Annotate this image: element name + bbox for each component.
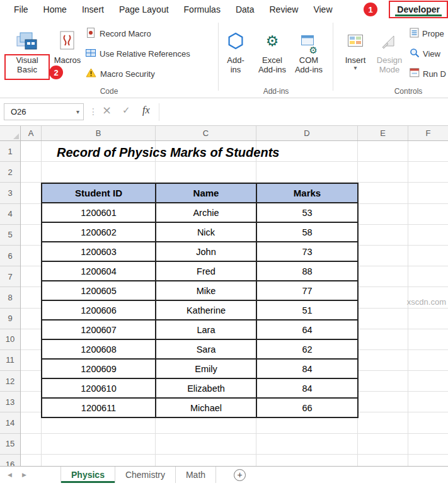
row-header[interactable]: 15 <box>0 434 20 455</box>
cell-marks[interactable]: 62 <box>256 339 358 359</box>
cell-student-id[interactable]: 1200609 <box>42 359 156 378</box>
select-all-corner[interactable] <box>0 126 21 141</box>
row-header[interactable]: 13 <box>0 392 20 412</box>
row-header[interactable]: 1 <box>0 141 20 162</box>
macro-security-button[interactable]: Macro Security <box>86 65 155 82</box>
cell-marks[interactable]: 66 <box>256 398 358 417</box>
record-macro-button[interactable]: Record Macro <box>86 25 151 42</box>
tab-scroll-right-icon[interactable]: ▶ <box>22 472 26 478</box>
cell-marks[interactable]: 64 <box>256 320 358 339</box>
properties-button[interactable]: Prope <box>410 26 444 40</box>
column-header[interactable]: D <box>256 126 358 140</box>
ribbon-tab[interactable]: Developer <box>389 1 448 18</box>
controls-group-label: Controls <box>335 87 448 96</box>
ribbon-tab[interactable]: Insert <box>74 1 112 18</box>
ribbon-tab[interactable]: Page Layout <box>112 1 176 18</box>
ribbon-tab[interactable]: Home <box>36 1 74 18</box>
com-add-ins-button[interactable]: ⚙ COM Add-ins <box>291 23 326 93</box>
insert-function-button[interactable]: fx <box>142 105 150 116</box>
sheet-tabs: PhysicsChemistryMath <box>60 467 216 483</box>
cell-student-id[interactable]: 1200602 <box>42 222 156 242</box>
row-header[interactable]: 8 <box>0 287 20 308</box>
row-header[interactable]: 12 <box>0 371 20 392</box>
cell-student-id[interactable]: 1200608 <box>42 339 156 359</box>
row-header[interactable]: 2 <box>0 162 20 183</box>
ribbon-tab[interactable]: File <box>6 1 36 18</box>
row-header[interactable]: 9 <box>0 309 20 329</box>
chevron-down-icon[interactable]: ▾ <box>76 109 79 115</box>
row-header[interactable]: 14 <box>0 412 20 433</box>
cancel-button[interactable]: × <box>102 103 112 116</box>
column-header[interactable]: A <box>21 126 42 140</box>
cell-student-id[interactable]: 1200603 <box>42 242 156 261</box>
table-header-cell[interactable]: Marks <box>256 183 358 203</box>
cell-marks[interactable]: 53 <box>256 203 358 222</box>
cell-student-id[interactable]: 1200610 <box>42 378 156 398</box>
cell-marks[interactable]: 77 <box>256 281 358 300</box>
tab-scroll-left-icon[interactable]: ◀ <box>8 472 12 478</box>
ribbon-tab[interactable]: Formulas <box>176 1 228 18</box>
cell-student-id[interactable]: 1200605 <box>42 281 156 300</box>
cell-name[interactable]: Lara <box>156 320 256 339</box>
cell-marks[interactable]: 84 <box>256 378 358 398</box>
row-header[interactable]: 5 <box>0 225 20 246</box>
cell-marks[interactable]: 58 <box>256 222 358 242</box>
column-header[interactable]: F <box>408 126 448 140</box>
design-mode-button[interactable]: Design Mode <box>373 23 406 93</box>
name-box[interactable]: O26 ▾ <box>4 103 84 120</box>
cell-student-id[interactable]: 1200606 <box>42 300 156 320</box>
cell-name[interactable]: Archie <box>156 203 256 222</box>
table-header-cell[interactable]: Name <box>156 183 256 203</box>
cell-name[interactable]: Elizabeth <box>156 378 256 398</box>
cell-marks[interactable]: 51 <box>256 300 358 320</box>
cell-name[interactable]: Emily <box>156 359 256 378</box>
insert-control-button[interactable]: Insert ▾ <box>340 23 370 93</box>
sheet-title: Record of Physics Marks of Students <box>57 145 279 160</box>
row-header[interactable]: 3 <box>0 183 20 203</box>
column-header[interactable]: E <box>358 126 408 140</box>
properties-label: Prope <box>422 29 444 38</box>
cell-marks[interactable]: 88 <box>256 261 358 281</box>
cell-name[interactable]: Mike <box>156 281 256 300</box>
cell-name[interactable]: Michael <box>156 398 256 417</box>
macros-button[interactable]: Macros <box>53 23 82 93</box>
sheet-tab[interactable]: Physics <box>61 467 115 483</box>
cell-name[interactable]: Katherine <box>156 300 256 320</box>
add-ins-button[interactable]: Add-ins <box>222 23 250 93</box>
cell-name[interactable]: Fred <box>156 261 256 281</box>
use-relative-references-button[interactable]: Use Relative References <box>86 45 190 62</box>
cell-student-id[interactable]: 1200611 <box>42 398 156 417</box>
formula-input[interactable] <box>161 102 447 122</box>
formula-bar-drag-handle[interactable]: ⋮ <box>89 106 98 116</box>
row-header[interactable]: 16 <box>0 455 20 466</box>
row-header[interactable]: 4 <box>0 204 20 225</box>
new-sheet-button[interactable]: + <box>234 469 246 481</box>
ribbon-tab[interactable]: Review <box>262 1 306 18</box>
cell-name[interactable]: Nick <box>156 222 256 242</box>
cell-name[interactable]: John <box>156 242 256 261</box>
sheet-tab[interactable]: Chemistry <box>115 467 176 483</box>
excel-add-ins-button[interactable]: ⚙ Excel Add-ins <box>255 23 290 93</box>
ribbon-tab[interactable]: View <box>306 1 340 18</box>
view-code-button[interactable]: View <box>410 47 440 60</box>
cell-student-id[interactable]: 1200601 <box>42 203 156 222</box>
cell-student-id[interactable]: 1200604 <box>42 261 156 281</box>
cell-marks[interactable]: 73 <box>256 242 358 261</box>
row-header[interactable]: 10 <box>0 329 20 350</box>
table-header-cell[interactable]: Student ID <box>42 183 156 203</box>
enter-button[interactable]: ✓ <box>122 105 130 116</box>
cell-grid[interactable]: Record of Physics Marks of Students Stud… <box>21 141 448 466</box>
ribbon-tab[interactable]: Data <box>228 1 262 18</box>
cell-name[interactable]: Sara <box>156 339 256 359</box>
tab-scroll-arrows: ◀ ▶ <box>0 467 60 483</box>
column-header[interactable]: B <box>42 126 156 140</box>
row-header[interactable]: 11 <box>0 350 20 371</box>
column-header[interactable]: C <box>156 126 256 140</box>
run-dialog-button[interactable]: Run D <box>410 67 446 81</box>
row-header[interactable]: 6 <box>0 246 20 266</box>
row-header[interactable]: 7 <box>0 266 20 287</box>
cell-marks[interactable]: 84 <box>256 359 358 378</box>
sheet-tab[interactable]: Math <box>176 467 216 483</box>
cell-student-id[interactable]: 1200607 <box>42 320 156 339</box>
formula-bar-separator <box>159 103 159 121</box>
